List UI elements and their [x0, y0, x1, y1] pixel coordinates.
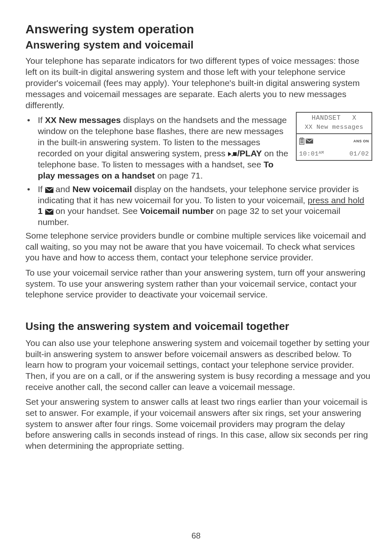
bold-text: XX New messages — [45, 115, 121, 125]
intro-paragraph: Your telephone has separate indicators f… — [25, 56, 371, 111]
bold-text: 1 — [38, 206, 43, 216]
body-paragraph: To use your voicemail service rather tha… — [25, 267, 371, 300]
lcd-status-icons — [299, 137, 313, 145]
lcd-ampm: AM — [319, 151, 324, 155]
battery-icon — [299, 137, 304, 145]
lcd-time: 10:01AM — [299, 151, 324, 158]
lcd-ans-on: ANS ON — [353, 139, 369, 143]
envelope-icon — [306, 139, 313, 144]
svg-marker-0 — [228, 152, 231, 156]
play-stop-icon — [228, 151, 237, 157]
svg-rect-9 — [300, 142, 303, 143]
bold-text: Voicemail number — [140, 206, 214, 216]
lcd-date: 01/02 — [349, 151, 369, 158]
text: on your handset. See — [53, 206, 140, 216]
lcd-row: 10:01AM 01/02 — [297, 149, 371, 160]
body-paragraph: Set your answering system to answer call… — [25, 397, 371, 451]
text: and — [53, 184, 73, 194]
list-item: If and New voicemail display on the hand… — [25, 184, 371, 228]
page-number: 68 — [0, 531, 392, 541]
lcd-new-messages: XX New messages — [305, 124, 364, 131]
svg-rect-2 — [233, 152, 237, 156]
text: If — [38, 115, 45, 125]
svg-rect-7 — [300, 139, 303, 140]
text: If — [38, 184, 45, 194]
lcd-row: HANDSET X — [297, 113, 371, 123]
bold-text: /PLAY — [237, 149, 262, 158]
body-paragraph: You can also use your telephone answerin… — [25, 338, 371, 392]
svg-rect-1 — [232, 155, 233, 156]
lcd-time-value: 10:01 — [299, 151, 319, 158]
chapter-title: Answering system operation — [25, 22, 371, 36]
text: on page 71. — [155, 171, 203, 180]
section-title: Answering system and voicemail — [25, 39, 371, 51]
lcd-row: XX New messages — [297, 123, 371, 133]
envelope-icon — [45, 209, 53, 215]
envelope-icon — [45, 187, 53, 193]
body-paragraph: Some telephone service providers bundle … — [25, 230, 371, 263]
section-title: Using the answering system and voicemail… — [25, 320, 371, 333]
handset-lcd-screen: HANDSET X XX New messages ANS ON 10:01AM… — [296, 112, 372, 161]
lcd-handset-number: X — [352, 114, 356, 122]
lcd-handset-label: HANDSET — [312, 114, 341, 122]
underlined-text: press and hold — [308, 195, 364, 205]
lcd-row: ANS ON — [297, 133, 371, 149]
svg-rect-8 — [300, 141, 303, 142]
bold-text: New voicemail — [72, 184, 132, 194]
